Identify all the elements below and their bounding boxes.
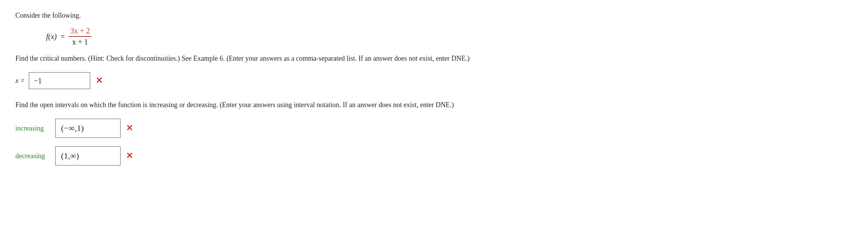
function-display: f(x) = 3x + 2 x + 1 [46,26,853,46]
critical-answer-value: −1 [34,76,42,85]
critical-instruction: Find the critical numbers. (Hint: Check … [15,53,853,64]
numerator: 3x + 2 [69,26,91,37]
critical-answer-xmark: ✕ [96,76,103,86]
equals-sign: = [61,32,65,41]
increasing-value: (−∞,1) [61,123,84,133]
increasing-xmark: ✕ [126,123,133,133]
decreasing-row: decreasing (1,∞) ✕ [15,146,853,165]
intro-text: Consider the following. [15,12,853,20]
denominator: x + 1 [71,37,89,46]
critical-answer-prefix: x = [15,77,25,85]
fraction: 3x + 2 x + 1 [69,26,91,46]
decreasing-label: decreasing [15,152,50,160]
intervals-instruction: Find the open intervals on which the fun… [15,100,853,110]
increasing-label: increasing [15,124,50,132]
decreasing-value: (1,∞) [61,151,79,161]
critical-answer-box[interactable]: −1 [29,72,90,89]
decreasing-xmark: ✕ [126,151,133,161]
increasing-box[interactable]: (−∞,1) [55,119,121,138]
decreasing-box[interactable]: (1,∞) [55,146,121,165]
function-label: f(x) [46,32,57,41]
critical-answer-row: x = −1 ✕ [15,72,853,89]
increasing-row: increasing (−∞,1) ✕ [15,119,853,138]
